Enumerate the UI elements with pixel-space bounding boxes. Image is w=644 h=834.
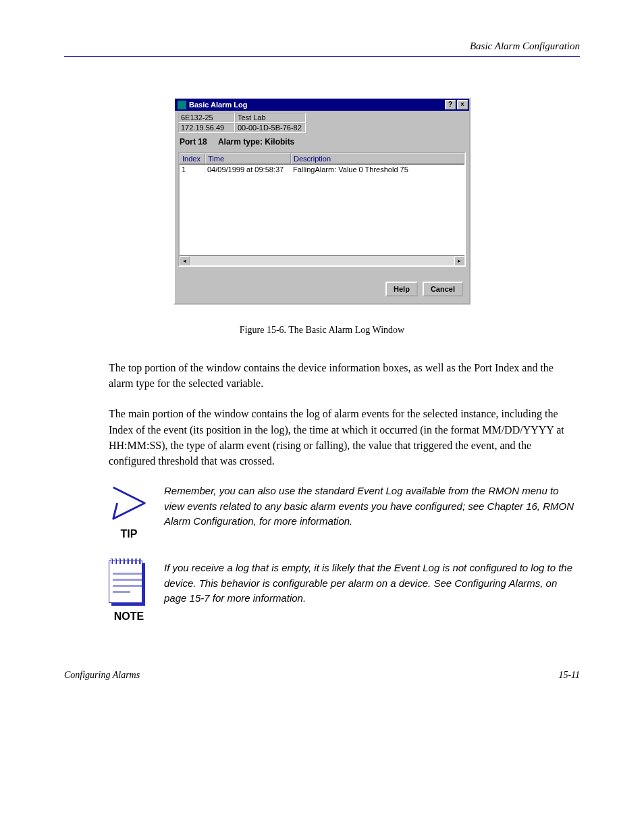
- listview-header: Index Time Description: [180, 153, 464, 165]
- device-mac-field: 00-00-1D-5B-76-82: [235, 123, 306, 133]
- running-header: Basic Alarm Configuration: [64, 41, 580, 57]
- footer-section-name: Configuring Alarms: [64, 670, 140, 681]
- close-titlebar-button[interactable]: ×: [457, 100, 468, 109]
- horizontal-scrollbar[interactable]: ◂ ▸: [180, 255, 464, 265]
- table-row[interactable]: 1 04/09/1999 at 09:58:37 FallingAlarm: V…: [180, 165, 464, 174]
- device-model-field: 6E132-25: [178, 113, 235, 123]
- tip-text: Remember, you can also use the standard …: [164, 484, 580, 529]
- port-label: Port 18: [180, 137, 207, 147]
- device-location-field: Test Lab: [235, 113, 306, 123]
- alarm-subheader: Port 18 Alarm type: Kilobits: [180, 137, 466, 147]
- tip-label: TIP: [109, 528, 149, 540]
- window-title: Basic Alarm Log: [189, 101, 444, 109]
- help-button[interactable]: Help: [385, 282, 418, 296]
- page-footer: Configuring Alarms 15-11: [64, 670, 580, 681]
- basic-alarm-log-window: Basic Alarm Log ? × 6E132-25 Test Lab 17…: [173, 97, 471, 305]
- titlebar: Basic Alarm Log ? ×: [175, 99, 469, 111]
- col-description[interactable]: Description: [291, 153, 464, 164]
- cell-time: 04/09/1999 at 09:58:37: [205, 165, 291, 174]
- scroll-right-button[interactable]: ▸: [454, 256, 464, 266]
- help-titlebar-button[interactable]: ?: [445, 100, 456, 109]
- device-ip-field: 172.19.56.49: [178, 123, 235, 133]
- cancel-button[interactable]: Cancel: [423, 282, 463, 296]
- alarm-log-listview[interactable]: Index Time Description 1 04/09/1999 at 0…: [178, 152, 466, 267]
- note-label: NOTE: [109, 610, 149, 623]
- footer-page-number: 15-11: [558, 670, 580, 681]
- figure-caption: Figure 15-6. The Basic Alarm Log Window: [64, 325, 580, 336]
- scroll-left-button[interactable]: ◂: [180, 256, 190, 266]
- col-index[interactable]: Index: [180, 153, 205, 164]
- body-paragraph-1: The top portion of the window contains t…: [109, 360, 580, 391]
- alarm-type-value: Kilobits: [265, 137, 294, 147]
- note-block: NOTE If you receive a log that is empty,…: [109, 561, 580, 623]
- col-time[interactable]: Time: [205, 153, 291, 164]
- scroll-track[interactable]: [190, 256, 454, 265]
- cell-index: 1: [180, 165, 205, 174]
- cell-description: FallingAlarm: Value 0 Threshold 75: [291, 165, 464, 174]
- app-icon: [178, 101, 186, 109]
- note-text: If you receive a log that is empty, it i…: [164, 561, 580, 606]
- note-icon: [109, 561, 146, 608]
- tip-icon: [109, 484, 149, 525]
- alarm-type-prefix: Alarm type:: [218, 137, 263, 147]
- body-paragraph-2: The main portion of the window contains …: [109, 406, 580, 469]
- tip-block: TIP Remember, you can also use the stand…: [109, 484, 580, 540]
